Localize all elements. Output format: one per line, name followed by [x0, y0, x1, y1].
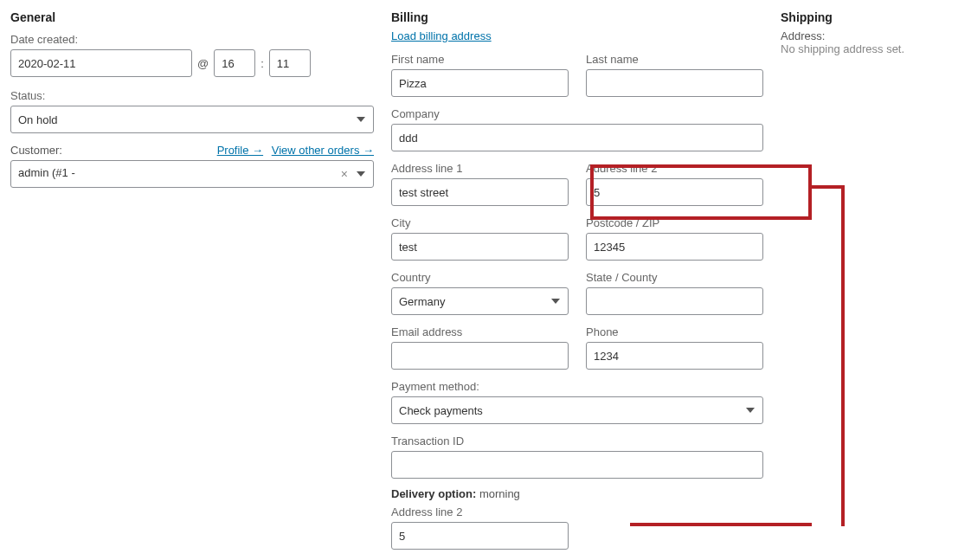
hour-input[interactable]	[214, 49, 255, 77]
city-input[interactable]	[391, 233, 569, 261]
address-line-2-label: Address line 2	[586, 162, 763, 175]
at-symbol: @	[197, 57, 209, 70]
state-input[interactable]	[586, 287, 763, 315]
payment-method-label: Payment method:	[391, 380, 763, 393]
customer-value: admin (#1 -	[18, 166, 75, 179]
country-label: Country	[391, 271, 569, 284]
email-label: Email address	[391, 325, 569, 338]
customer-clear-icon[interactable]: ×	[341, 167, 348, 181]
view-other-orders-link[interactable]: View other orders →	[272, 144, 374, 157]
company-label: Company	[391, 107, 763, 120]
general-heading: General	[10, 10, 374, 24]
country-select[interactable]: Germany	[391, 287, 569, 315]
status-label: Status:	[10, 89, 374, 102]
shipping-address-label: Address:	[781, 29, 954, 42]
postcode-input[interactable]	[586, 233, 763, 261]
transaction-id-input[interactable]	[391, 451, 763, 479]
profile-link[interactable]: Profile →	[217, 144, 263, 157]
delivery-option-label: Delivery option:	[391, 487, 476, 500]
city-label: City	[391, 216, 569, 229]
delivery-option-value: morning	[479, 487, 520, 500]
email-input[interactable]	[391, 342, 569, 370]
state-label: State / County	[586, 271, 763, 284]
first-name-input[interactable]	[391, 69, 569, 97]
phone-label: Phone	[586, 325, 763, 338]
minute-input[interactable]	[269, 49, 311, 77]
billing-heading: Billing	[391, 10, 763, 24]
address-line-2b-input[interactable]	[391, 522, 569, 550]
shipping-none-text: No shipping address set.	[781, 42, 954, 55]
payment-method-select[interactable]: Check payments	[391, 396, 763, 424]
address-line-2b-label: Address line 2	[391, 505, 569, 518]
address-line-2-input[interactable]	[586, 178, 763, 206]
date-created-label: Date created:	[10, 33, 374, 46]
postcode-label: Postcode / ZIP	[586, 216, 763, 229]
transaction-id-label: Transaction ID	[391, 434, 763, 447]
date-created-input[interactable]	[10, 49, 192, 77]
address-line-1-input[interactable]	[391, 178, 569, 206]
last-name-label: Last name	[586, 53, 763, 66]
shipping-heading: Shipping	[781, 10, 954, 24]
load-billing-address-link[interactable]: Load billing address	[391, 29, 492, 42]
customer-label: Customer:	[10, 144, 62, 157]
time-colon: :	[260, 57, 264, 70]
first-name-label: First name	[391, 53, 569, 66]
address-line-1-label: Address line 1	[391, 162, 569, 175]
last-name-input[interactable]	[586, 69, 763, 97]
customer-select[interactable]: admin (#1 -	[10, 160, 374, 188]
status-select[interactable]: On hold	[10, 106, 374, 133]
phone-input[interactable]	[586, 342, 763, 370]
company-input[interactable]	[391, 124, 763, 151]
